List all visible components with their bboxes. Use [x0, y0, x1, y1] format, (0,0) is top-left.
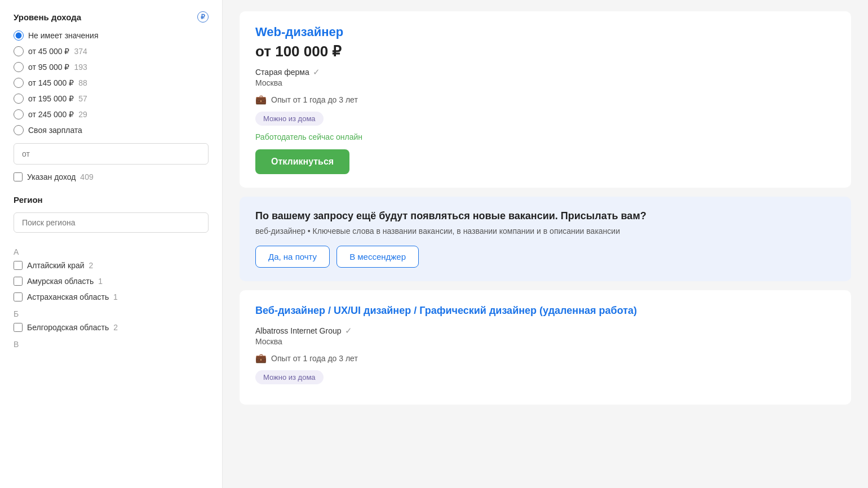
job-salary-1: от 100 000 ₽: [255, 43, 835, 60]
income-radio-145k[interactable]: [14, 78, 24, 88]
region-letter-b: Б: [14, 309, 209, 318]
salary-from-input[interactable]: [14, 143, 209, 165]
job-experience-2: Опыт от 1 года до 3 лет: [271, 354, 358, 363]
income-label-any: Не имеет значения: [28, 31, 98, 40]
subscribe-email-button[interactable]: Да, на почту: [255, 246, 330, 268]
job-title-2[interactable]: Веб-дизайнер / UX/UI дизайнер / Графичес…: [255, 305, 637, 316]
region-amur-checkbox[interactable]: [14, 277, 23, 286]
indicated-income-checkbox-item[interactable]: Указан доход 409: [14, 172, 209, 181]
income-radio-195k[interactable]: [14, 94, 24, 104]
salary-from-row: [14, 143, 209, 165]
main-content: Web-дизайнер от 100 000 ₽ Старая ферма ✓…: [223, 0, 868, 488]
subscription-banner: По вашему запросу ещё будут появляться н…: [240, 197, 851, 281]
indicated-income-label: Указан доход 409: [27, 172, 94, 181]
income-option-any[interactable]: Не имеет значения: [14, 30, 209, 41]
region-altai-label: Алтайский край 2: [27, 261, 93, 270]
income-option-145k[interactable]: от 145 000 ₽ 88: [14, 78, 209, 88]
indicated-income-checkbox[interactable]: [14, 172, 23, 181]
job-city-1: Москва: [255, 78, 835, 87]
income-label-45k: от 45 000 ₽ 374: [28, 47, 87, 56]
income-option-45k[interactable]: от 45 000 ₽ 374: [14, 46, 209, 56]
job-company-row-1: Старая ферма ✓: [255, 67, 835, 77]
ruble-info-icon[interactable]: ₽: [197, 11, 209, 23]
job-card-2: Веб-дизайнер / UX/UI дизайнер / Графичес…: [240, 290, 851, 405]
income-option-95k[interactable]: от 95 000 ₽ 193: [14, 62, 209, 72]
job-experience-row-2: 💼 Опыт от 1 года до 3 лет: [255, 353, 835, 363]
income-option-245k[interactable]: от 245 000 ₽ 29: [14, 109, 209, 119]
region-astrakhan-label: Астраханская область 1: [27, 292, 118, 301]
income-label-custom: Своя зарплата: [28, 126, 82, 135]
income-radio-45k[interactable]: [14, 46, 24, 56]
region-letter-a: А: [14, 247, 209, 256]
region-belgorod-checkbox[interactable]: [14, 323, 23, 332]
sidebar: Уровень дохода ₽ Не имеет значения от 45…: [0, 0, 223, 488]
region-section: Регион А Алтайский край 2 Амурская облас…: [14, 195, 209, 349]
job-tag-1: Можно из дома: [255, 112, 324, 126]
income-radio-any[interactable]: [14, 30, 24, 41]
income-radio-95k[interactable]: [14, 62, 24, 72]
income-section-header: Уровень дохода ₽: [14, 11, 209, 23]
region-letter-v: В: [14, 340, 209, 349]
income-section-title: Уровень дохода: [14, 12, 81, 22]
job-experience-1: Опыт от 1 года до 3 лет: [271, 95, 358, 104]
region-search-input[interactable]: [14, 212, 209, 233]
region-section-title: Регион: [14, 195, 209, 205]
income-radio-245k[interactable]: [14, 109, 24, 119]
income-label-95k: от 95 000 ₽ 193: [28, 63, 87, 72]
job-company-2: Albatross Internet Group: [255, 326, 342, 335]
job-city-2: Москва: [255, 337, 835, 346]
briefcase-icon-1: 💼: [255, 94, 267, 105]
income-label-245k: от 245 000 ₽ 29: [28, 110, 87, 119]
region-altai[interactable]: Алтайский край 2: [14, 261, 209, 270]
region-list-b: Белгородская область 2: [14, 323, 209, 334]
income-label-145k: от 145 000 ₽ 88: [28, 78, 87, 87]
region-astrakhan[interactable]: Астраханская область 1: [14, 292, 209, 301]
employer-online-1: Работодатель сейчас онлайн: [255, 132, 835, 141]
job-tag-2: Можно из дома: [255, 370, 324, 384]
job-company-1: Старая ферма: [255, 68, 309, 77]
verified-icon-1: ✓: [313, 67, 320, 77]
income-option-custom[interactable]: Своя зарплата: [14, 125, 209, 135]
verified-icon-2: ✓: [345, 326, 352, 336]
region-amur[interactable]: Амурская область 1: [14, 277, 209, 286]
income-option-195k[interactable]: от 195 000 ₽ 57: [14, 94, 209, 104]
region-belgorod-label: Белгородская область 2: [27, 323, 118, 332]
income-radio-custom[interactable]: [14, 125, 24, 135]
subscription-buttons: Да, на почту В мессенджер: [255, 246, 835, 268]
job-company-row-2: Albatross Internet Group ✓: [255, 326, 835, 336]
apply-button-1[interactable]: Откликнуться: [255, 149, 349, 174]
region-amur-label: Амурская область 1: [27, 277, 103, 286]
income-label-195k: от 195 000 ₽ 57: [28, 94, 87, 103]
region-belgorod[interactable]: Белгородская область 2: [14, 323, 209, 332]
briefcase-icon-2: 💼: [255, 353, 267, 363]
subscription-description: веб-дизайнер • Ключевые слова в названии…: [255, 227, 835, 236]
income-radio-group: Не имеет значения от 45 000 ₽ 374 от 95 …: [14, 30, 209, 135]
subscribe-messenger-button[interactable]: В мессенджер: [336, 246, 419, 268]
region-list-a: Алтайский край 2 Амурская область 1 Астр…: [14, 261, 209, 304]
region-altai-checkbox[interactable]: [14, 261, 23, 270]
job-experience-row-1: 💼 Опыт от 1 года до 3 лет: [255, 94, 835, 105]
job-title-1[interactable]: Web-дизайнер: [255, 25, 343, 39]
region-astrakhan-checkbox[interactable]: [14, 292, 23, 301]
job-card-1: Web-дизайнер от 100 000 ₽ Старая ферма ✓…: [240, 11, 851, 188]
subscription-title: По вашему запросу ещё будут появляться н…: [255, 210, 835, 222]
